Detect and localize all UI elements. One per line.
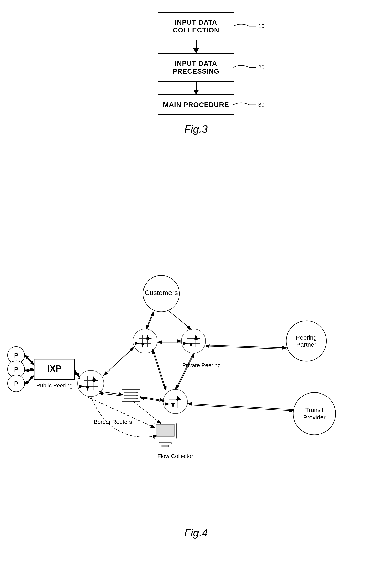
- svg-point-31: [136, 395, 138, 396]
- rbr-tp-arrow: [187, 405, 294, 411]
- svg-point-32: [136, 398, 138, 399]
- box-main-procedure: MAIN PROCEDURE: [158, 95, 234, 115]
- rbr-server-arrow: [140, 398, 164, 402]
- box3-ref-container: 30: [233, 99, 264, 111]
- arrow-1: [193, 48, 199, 53]
- fig4-diagram: Customers Peering Partner Transit Provid…: [0, 252, 392, 545]
- router-bottom-right: [163, 389, 187, 414]
- svg-point-37: [161, 445, 169, 447]
- customers-label: Customers: [145, 289, 178, 296]
- border-router-left: [78, 370, 104, 397]
- ixp-borderrouter-arrow: [75, 369, 80, 377]
- p2-label: P: [14, 366, 18, 373]
- borderrouter-ixp-arrow: [75, 370, 80, 378]
- server-switch: [122, 389, 140, 402]
- server-br-arrow: [99, 393, 123, 396]
- box3-ref-curve: [233, 99, 257, 111]
- rtl-customers-arrow: [147, 311, 154, 330]
- fig3-caption: Fig.3: [185, 123, 208, 135]
- box1-ref-container: 10: [233, 20, 264, 32]
- p1-ixp-arrow: [25, 355, 34, 365]
- ixp-p1-arrow: [25, 355, 34, 364]
- box2-ref-container: 20: [233, 61, 264, 74]
- transit-provider-label2: Provider: [303, 414, 326, 421]
- peering-partner-label2: Partner: [297, 341, 316, 348]
- server-fc-dashed: [133, 401, 161, 424]
- server-rbr-arrow: [140, 397, 164, 400]
- svg-rect-36: [159, 442, 171, 444]
- router-top-right: [181, 329, 206, 353]
- p1-label: P: [14, 352, 18, 359]
- peering-partner-label1: Peering: [296, 334, 317, 341]
- box1-ref-curve: [233, 20, 257, 32]
- ixp-label: IXP: [47, 364, 62, 374]
- box2-ref-curve: [233, 61, 257, 74]
- rtr-rbr-arrow: [175, 353, 194, 389]
- arrow-2: [193, 90, 199, 95]
- box1-ref-label: 10: [258, 23, 264, 30]
- flow-collector-label: Flow Collector: [157, 453, 193, 459]
- flow-collector-computer: [154, 423, 176, 447]
- rbr-rtr-arrow: [176, 353, 195, 389]
- arrow-connector-1: [196, 40, 196, 48]
- p3-label: P: [14, 380, 18, 387]
- svg-point-16: [181, 329, 206, 353]
- box-input-data-processing: INPUT DATA PRECESSING: [158, 53, 234, 82]
- box3-label: MAIN PROCEDURE: [163, 101, 229, 108]
- customers-rtl-arrow: [146, 311, 153, 330]
- svg-point-21: [163, 389, 187, 414]
- fig4-caption: Fig.4: [185, 527, 208, 539]
- rbr-rtl-arrow: [152, 349, 165, 390]
- box2-label: INPUT DATA PRECESSING: [173, 60, 219, 75]
- br-server-arrow: [99, 391, 123, 395]
- border-routers-label: Border Routers: [94, 419, 132, 425]
- svg-rect-34: [156, 424, 174, 436]
- transit-provider-circle: [293, 392, 336, 435]
- fig4-svg: Customers Peering Partner Transit Provid…: [0, 252, 392, 545]
- tp-rbr-arrow: [187, 404, 294, 410]
- box1-label: INPUT DATA COLLECTION: [173, 18, 219, 34]
- transit-provider-label1: Transit: [305, 407, 324, 413]
- rtl-br-arrow: [103, 346, 135, 376]
- router-top-left: [133, 329, 157, 353]
- svg-point-6: [78, 370, 104, 397]
- fig3-flowchart: INPUT DATA COLLECTION 10 INPUT DATA PREC…: [125, 12, 267, 135]
- box2-ref-label: 20: [258, 64, 264, 71]
- svg-point-30: [136, 392, 138, 393]
- br-fc-dashed-curve: [91, 397, 157, 437]
- svg-point-11: [133, 329, 157, 353]
- rtl-rbr-arrow: [153, 349, 166, 390]
- p3-ixp-arrow: [25, 375, 34, 383]
- box3-ref-label: 30: [258, 101, 264, 108]
- peering-partner-circle: [286, 321, 327, 361]
- public-peering-label: Public Peering: [36, 382, 73, 389]
- customers-rtr-arrow: [169, 311, 191, 330]
- arrow-connector-2: [196, 82, 196, 90]
- private-peering-label: Private Peering: [182, 362, 221, 368]
- box-input-data-collection: INPUT DATA COLLECTION: [158, 12, 234, 40]
- ixp-p3-arrow: [25, 376, 34, 385]
